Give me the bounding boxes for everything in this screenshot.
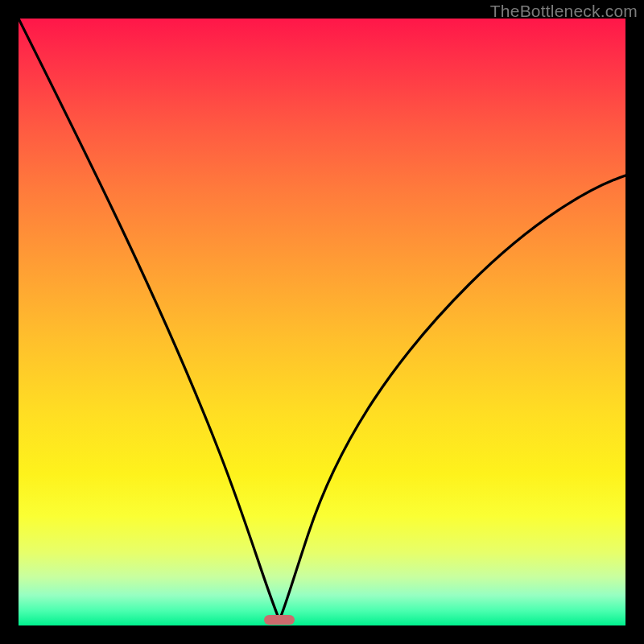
curve-svg — [19, 19, 625, 625]
watermark-text: TheBottleneck.com — [490, 2, 638, 21]
plot-area — [19, 19, 625, 625]
bottleneck-curve — [19, 19, 625, 620]
minimum-marker — [264, 615, 295, 625]
